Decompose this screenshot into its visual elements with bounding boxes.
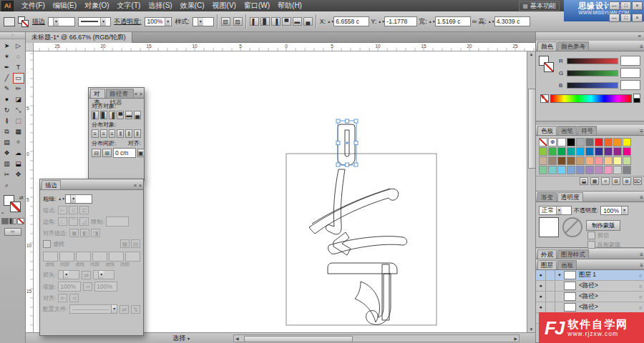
menu-item-5[interactable]: 效果(C) bbox=[177, 0, 208, 11]
swatch-kinds-icon[interactable]: ▦ bbox=[590, 177, 599, 185]
dash-field[interactable] bbox=[125, 252, 140, 262]
new-swatch-icon[interactable]: ⊕ bbox=[623, 177, 631, 185]
none-mode-button[interactable] bbox=[17, 218, 24, 224]
delete-swatch-icon[interactable]: ⌦ bbox=[633, 177, 642, 185]
panel-menu-icon[interactable]: ≡ bbox=[640, 128, 643, 135]
swatch[interactable] bbox=[623, 156, 631, 165]
status-tool-indicator[interactable]: 选择 ▾ bbox=[172, 334, 190, 343]
join-miter-icon[interactable]: ∟ bbox=[58, 217, 67, 226]
vertical-ruler[interactable]: 5051015 bbox=[26, 51, 34, 332]
swatch[interactable] bbox=[613, 166, 622, 174]
restore-button[interactable]: □ bbox=[620, 1, 631, 10]
arrow-end-combo[interactable]: ▾ bbox=[93, 270, 114, 279]
rotate-tool[interactable]: ↻ bbox=[1, 105, 13, 116]
pen-tool[interactable]: ✒ bbox=[1, 62, 13, 73]
gradient-mode-button[interactable] bbox=[9, 218, 16, 224]
tab-graphic-styles[interactable]: 图形样式 bbox=[557, 249, 589, 259]
tab-layers[interactable]: 图层 bbox=[537, 260, 557, 269]
chevron-down-icon[interactable]: ▾ bbox=[556, 207, 562, 214]
lasso-tool[interactable]: ◌ bbox=[13, 51, 24, 62]
swatch[interactable]: ⊕ bbox=[548, 138, 557, 146]
scale-tool[interactable]: ⤡ bbox=[13, 105, 24, 116]
swatch[interactable] bbox=[548, 166, 557, 174]
stroke-align-inside-icon[interactable]: ◧ bbox=[80, 229, 89, 237]
layer-row[interactable]: ●<路径>○ bbox=[536, 281, 644, 292]
dash-align-icon[interactable]: ▤ bbox=[131, 239, 140, 248]
swatch[interactable] bbox=[613, 138, 622, 146]
y-field[interactable]: -1.1778 bbox=[384, 16, 417, 26]
symbol-sprayer-tool[interactable]: ☁ bbox=[13, 148, 24, 159]
channel-value-field[interactable] bbox=[620, 68, 640, 78]
weight-combo[interactable]: ▾ bbox=[65, 194, 92, 204]
x-stepper[interactable]: ▲▼ bbox=[327, 20, 332, 24]
lock-cell[interactable] bbox=[547, 281, 555, 291]
blob-brush-tool[interactable]: ● bbox=[1, 94, 13, 105]
swap-fill-stroke-icon[interactable]: ⇄ bbox=[19, 195, 24, 201]
panel-grip[interactable]: ⁞⁞ bbox=[0, 32, 25, 39]
collapse-panel-icon[interactable]: « bbox=[135, 91, 137, 96]
doc-restore-button[interactable]: □ bbox=[620, 14, 631, 22]
color-spectrum-bar[interactable] bbox=[550, 94, 632, 103]
document-tab[interactable]: 未标题-1* @ 66.67% (RGB/轮廓) bbox=[26, 32, 132, 43]
flip-along-icon[interactable]: ⇄ bbox=[119, 305, 129, 314]
fill-stroke-control[interactable]: ⇄ ▪ bbox=[2, 195, 24, 215]
scroll-down-icon[interactable]: ▼ bbox=[527, 327, 535, 332]
fill-stroke-indicator[interactable] bbox=[539, 56, 555, 73]
close-button[interactable]: × bbox=[632, 1, 643, 10]
fill-stroke-indicator[interactable] bbox=[18, 16, 29, 27]
swatch[interactable] bbox=[548, 156, 557, 165]
dash-field[interactable] bbox=[59, 252, 74, 262]
dash-field[interactable] bbox=[43, 252, 58, 262]
dash-field[interactable] bbox=[109, 252, 124, 262]
limit-field[interactable] bbox=[106, 217, 129, 227]
artboard-tool[interactable]: ⬓ bbox=[13, 159, 24, 169]
swatch[interactable] bbox=[623, 138, 631, 146]
swatch[interactable] bbox=[604, 138, 613, 146]
swatch[interactable] bbox=[595, 166, 603, 174]
visibility-eye-icon[interactable]: ● bbox=[536, 302, 546, 312]
stroke-weight-combo[interactable]: ▾ bbox=[48, 17, 75, 26]
align-bottom-icon[interactable]: ▄ bbox=[303, 17, 313, 26]
dist-v-bottom-icon[interactable]: ≡ bbox=[109, 129, 116, 138]
swatch[interactable] bbox=[567, 166, 575, 174]
profile-combo[interactable]: ——————▾ bbox=[69, 304, 117, 314]
width-tool[interactable]: ≬ bbox=[1, 116, 13, 126]
menu-item-1[interactable]: 编辑(E) bbox=[49, 0, 80, 11]
vertical-scrollbar[interactable]: ▲ ▼ bbox=[527, 51, 535, 332]
panel-menu-icon[interactable]: ≡ bbox=[640, 252, 643, 259]
align-right-icon[interactable]: ▐ bbox=[271, 17, 280, 26]
arrow-start-combo[interactable]: ▾ bbox=[58, 270, 79, 279]
tab-stroke[interactable]: 描边 bbox=[42, 180, 61, 189]
width-stepper[interactable]: ▲▼ bbox=[429, 20, 434, 24]
swatch[interactable] bbox=[576, 138, 585, 146]
rectangle-tool[interactable]: ▭ bbox=[13, 73, 24, 84]
invert-mask-checkbox[interactable] bbox=[587, 241, 595, 249]
visibility-eye-icon[interactable]: ● bbox=[536, 270, 546, 280]
stroke-swatch-icon[interactable] bbox=[21, 20, 29, 27]
swatch[interactable] bbox=[557, 156, 566, 165]
screen-mode-button[interactable]: ▭ bbox=[4, 228, 21, 236]
swatch[interactable] bbox=[604, 166, 613, 174]
new-color-group-icon[interactable]: ⊞ bbox=[612, 177, 620, 185]
line-tool[interactable]: ╱ bbox=[1, 73, 13, 84]
opacity-combo[interactable]: 100%▾ bbox=[145, 17, 172, 26]
y-stepper[interactable]: ▲▼ bbox=[378, 20, 383, 24]
dist-v-top-icon[interactable]: ≡ bbox=[92, 129, 99, 138]
direct-selection-tool[interactable]: ▷ bbox=[13, 41, 24, 51]
swatch[interactable] bbox=[613, 156, 622, 165]
visibility-eye-icon[interactable]: ● bbox=[536, 292, 546, 302]
dist-v-space-icon[interactable]: ⊟ bbox=[92, 149, 101, 157]
hand-tool[interactable]: ✥ bbox=[13, 169, 24, 180]
tab-symbols[interactable]: 符号 bbox=[577, 126, 597, 135]
none-swatch[interactable] bbox=[540, 94, 549, 103]
style-combo[interactable]: ▾ bbox=[192, 17, 214, 26]
pencil-tool[interactable]: ✏ bbox=[13, 84, 24, 94]
tab-brushes[interactable]: 画笔 bbox=[557, 126, 577, 135]
channel-value-field[interactable] bbox=[620, 56, 640, 66]
swatch[interactable] bbox=[567, 138, 575, 146]
menu-item-8[interactable]: 帮助(H) bbox=[274, 0, 306, 11]
horizontal-ruler[interactable]: 2520151050510152025 bbox=[26, 43, 535, 51]
height-field[interactable]: 4.3039 c bbox=[494, 16, 530, 26]
swatch[interactable] bbox=[539, 156, 547, 165]
join-bevel-icon[interactable]: ◿ bbox=[79, 217, 89, 226]
